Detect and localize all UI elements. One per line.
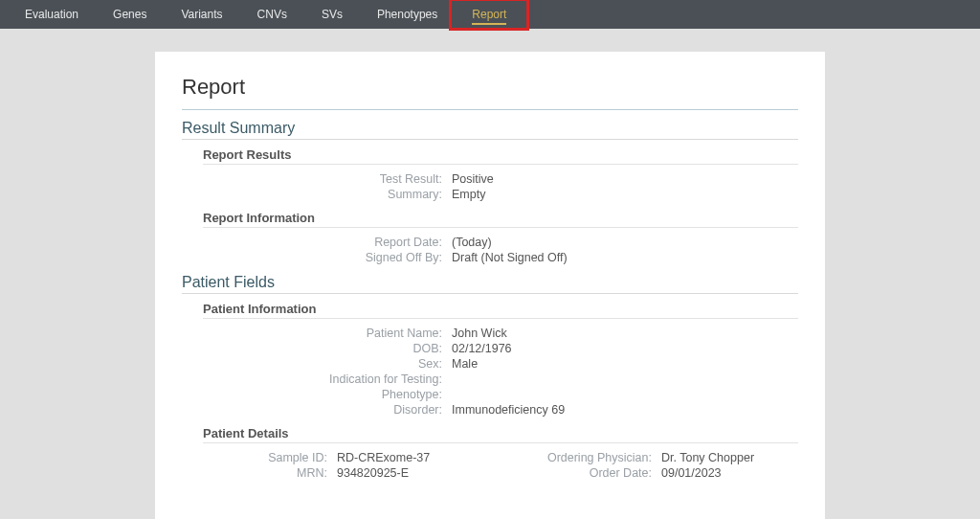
- label-dob: DOB:: [203, 342, 452, 355]
- label-mrn: MRN:: [203, 466, 337, 480]
- tab-evaluation[interactable]: Evaluation: [8, 0, 96, 29]
- sub-heading: Report Results: [203, 147, 798, 162]
- sub-rule: [203, 227, 798, 228]
- tab-report[interactable]: Report: [455, 0, 523, 29]
- sub-patient-information: Patient Information Patient Name: John W…: [203, 302, 798, 417]
- sub-patient-details: Patient Details Sample ID: RD-CRExome-37…: [203, 426, 798, 480]
- value-report-date: (Today): [452, 236, 798, 249]
- patient-details-left: Sample ID: RD-CRExome-37 MRN: 934820925-…: [203, 451, 493, 480]
- section-result-summary: Result Summary: [182, 120, 798, 137]
- sub-rule: [203, 164, 798, 165]
- label-sex: Sex:: [203, 357, 452, 371]
- tab-phenotypes[interactable]: Phenotypes: [360, 0, 455, 29]
- sub-heading: Report Information: [203, 211, 798, 225]
- label-sample-id: Sample ID:: [203, 451, 337, 464]
- page-title: Report: [182, 75, 798, 100]
- kv-report-information: Report Date: (Today) Signed Off By: Draf…: [203, 236, 798, 264]
- kv-patient-information: Patient Name: John Wick DOB: 02/12/1976 …: [203, 327, 798, 417]
- tab-svs[interactable]: SVs: [304, 0, 360, 29]
- label-order-date: Order Date:: [508, 466, 661, 480]
- tab-genes[interactable]: Genes: [96, 0, 164, 29]
- tab-variants[interactable]: Variants: [164, 0, 239, 29]
- page-title-rule: [182, 109, 798, 110]
- section-patient-fields: Patient Fields: [182, 274, 798, 291]
- label-test-result: Test Result:: [203, 172, 452, 186]
- sub-heading: Patient Information: [203, 302, 798, 316]
- value-dob: 02/12/1976: [452, 342, 798, 355]
- value-summary: Empty: [452, 188, 798, 201]
- label-phenotype: Phenotype:: [203, 388, 452, 401]
- section-rule: [182, 139, 798, 140]
- label-report-date: Report Date:: [203, 236, 452, 249]
- page: Report Result Summary Report Results Tes…: [0, 29, 980, 519]
- sub-rule: [203, 318, 798, 319]
- sub-rule: [203, 442, 798, 443]
- sub-heading: Patient Details: [203, 426, 798, 440]
- sub-report-information: Report Information Report Date: (Today) …: [203, 211, 798, 264]
- report-panel: Report Result Summary Report Results Tes…: [155, 52, 825, 519]
- value-sample-id: RD-CRExome-37: [337, 451, 493, 464]
- value-patient-name: John Wick: [452, 327, 798, 340]
- value-signed-off-by: Draft (Not Signed Off): [452, 251, 798, 264]
- label-disorder: Disorder:: [203, 403, 452, 417]
- label-indication: Indication for Testing:: [203, 372, 452, 386]
- label-patient-name: Patient Name:: [203, 327, 452, 340]
- value-order-date: 09/01/2023: [661, 466, 798, 480]
- value-phenotype: [452, 388, 798, 401]
- tab-cnvs[interactable]: CNVs: [240, 0, 304, 29]
- kv-report-results: Test Result: Positive Summary: Empty: [203, 172, 798, 201]
- label-summary: Summary:: [203, 188, 452, 201]
- label-signed-off-by: Signed Off By:: [203, 251, 452, 264]
- section-rule: [182, 293, 798, 294]
- sub-report-results: Report Results Test Result: Positive Sum…: [203, 147, 798, 201]
- label-ordering-physician: Ordering Physician:: [508, 451, 661, 464]
- patient-details-right: Ordering Physician: Dr. Tony Chopper Ord…: [508, 451, 798, 480]
- value-ordering-physician: Dr. Tony Chopper: [661, 451, 798, 464]
- value-disorder: Immunodeficiency 69: [452, 403, 798, 417]
- value-sex: Male: [452, 357, 798, 371]
- value-test-result: Positive: [452, 172, 798, 186]
- main-nav: Evaluation Genes Variants CNVs SVs Pheno…: [0, 0, 980, 29]
- value-indication: [452, 372, 798, 386]
- value-mrn: 934820925-E: [337, 466, 493, 480]
- patient-details-columns: Sample ID: RD-CRExome-37 MRN: 934820925-…: [203, 451, 798, 480]
